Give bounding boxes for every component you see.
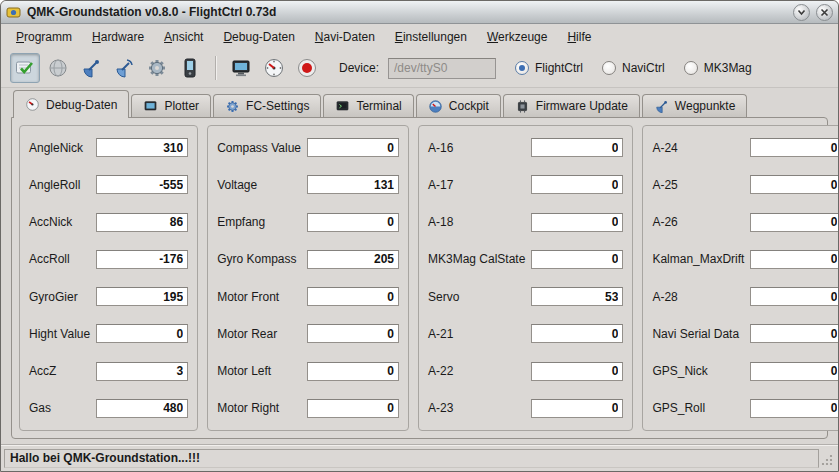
- debug-row: AccNick: [29, 213, 188, 232]
- debug-row-value[interactable]: [96, 138, 188, 157]
- debug-row-value[interactable]: [750, 213, 839, 232]
- debug-row-value[interactable]: [531, 324, 623, 343]
- debug-row-value[interactable]: [750, 287, 839, 306]
- menu-programm[interactable]: Programm: [7, 26, 81, 48]
- debug-row-value[interactable]: [750, 399, 839, 418]
- debug-row-value[interactable]: [96, 362, 188, 381]
- debug-row: Motor Front: [217, 287, 399, 306]
- toolbar-button-pda[interactable]: [175, 53, 205, 83]
- debug-row-value[interactable]: [531, 362, 623, 381]
- debug-row: A-22: [428, 362, 623, 381]
- debug-row-value[interactable]: [307, 287, 399, 306]
- debug-row-value[interactable]: [531, 213, 623, 232]
- debug-row: AccRoll: [29, 250, 188, 269]
- radio-mk3mag[interactable]: MK3Mag: [684, 61, 752, 75]
- tab-cockpit[interactable]: Cockpit: [416, 94, 501, 117]
- tab-terminal[interactable]: Terminal: [323, 94, 413, 117]
- globe-icon: [47, 57, 69, 79]
- tab-fc-settings[interactable]: FC-Settings: [213, 94, 321, 117]
- debug-row-value[interactable]: [531, 287, 623, 306]
- debug-row-value[interactable]: [531, 399, 623, 418]
- debug-row-value[interactable]: [96, 250, 188, 269]
- resize-grip[interactable]: [819, 449, 835, 468]
- debug-row: A-23: [428, 399, 623, 418]
- debug-row-value[interactable]: [307, 138, 399, 157]
- debug-row: A-25: [652, 175, 839, 194]
- debug-row-value[interactable]: [307, 250, 399, 269]
- debug-row-value[interactable]: [750, 362, 839, 381]
- toolbar-button-connect[interactable]: [10, 53, 40, 83]
- debug-row-value[interactable]: [96, 399, 188, 418]
- titlebar[interactable]: QMK-Groundstation v0.8.0 - FlightCtrl 0.…: [1, 1, 838, 24]
- debug-row: Empfang: [217, 213, 399, 232]
- app-icon[interactable]: [6, 5, 21, 20]
- debug-row-value[interactable]: [96, 175, 188, 194]
- menu-ansicht[interactable]: Ansicht: [155, 26, 212, 48]
- tab-wegpunkte[interactable]: Wegpunkte: [642, 94, 748, 117]
- debug-row-label: AngleRoll: [29, 178, 80, 192]
- debug-row-value[interactable]: [531, 138, 623, 157]
- debug-row-value[interactable]: [750, 250, 839, 269]
- debug-row-value[interactable]: [307, 362, 399, 381]
- pda-icon: [179, 57, 201, 79]
- debug-row-label: Gyro Kompass: [217, 252, 296, 266]
- debug-row-value[interactable]: [750, 175, 839, 194]
- debug-row-value[interactable]: [307, 175, 399, 194]
- debug-row-label: Compass Value: [217, 141, 301, 155]
- menu-hardware[interactable]: Hardware: [83, 26, 153, 48]
- toolbar-button-settings[interactable]: [142, 53, 172, 83]
- terminal-icon: [335, 99, 350, 114]
- tab-debug-daten[interactable]: Debug-Daten: [13, 90, 129, 118]
- device-input[interactable]: [388, 58, 496, 79]
- debug-row-label: A-22: [428, 364, 453, 378]
- debug-row-value[interactable]: [96, 287, 188, 306]
- debug-row-value[interactable]: [96, 324, 188, 343]
- toolbar-button-cockpit[interactable]: [259, 53, 289, 83]
- debug-row-label: A-18: [428, 215, 453, 229]
- menu-einstellungen[interactable]: Einstellungen: [386, 26, 476, 48]
- debug-row-label: A-25: [652, 178, 677, 192]
- menu-debug-daten[interactable]: Debug-Daten: [214, 26, 303, 48]
- debug-row-label: A-16: [428, 141, 453, 155]
- tab-label: FC-Settings: [246, 99, 309, 113]
- debug-row-value[interactable]: [531, 250, 623, 269]
- debug-row-value[interactable]: [307, 213, 399, 232]
- menu-werkzeuge[interactable]: Werkzeuge: [478, 26, 556, 48]
- toolbar-button-record[interactable]: [292, 53, 322, 83]
- tab-firmware-update[interactable]: Firmware Update: [503, 94, 640, 117]
- radio-navictrl[interactable]: NaviCtrl: [602, 61, 665, 75]
- satellite-dish-icon: [654, 99, 669, 114]
- debug-row-value[interactable]: [307, 324, 399, 343]
- debug-row-label: A-28: [652, 290, 677, 304]
- debug-row-value[interactable]: [96, 213, 188, 232]
- debug-row: Voltage: [217, 175, 399, 194]
- toolbar-button-read-data[interactable]: [76, 53, 106, 83]
- debug-row: Compass Value: [217, 138, 399, 157]
- debug-row-value[interactable]: [531, 175, 623, 194]
- debug-row-value[interactable]: [750, 324, 839, 343]
- toolbar-button-plotter[interactable]: [226, 53, 256, 83]
- debug-row-value[interactable]: [307, 399, 399, 418]
- gauge-icon: [25, 97, 40, 112]
- toolbar-button-offline[interactable]: [43, 53, 73, 83]
- debug-row: A-26: [652, 213, 839, 232]
- debug-row: Hight Value: [29, 324, 188, 343]
- debug-row-label: Empfang: [217, 215, 265, 229]
- debug-row-value[interactable]: [750, 138, 839, 157]
- radio-flightctrl[interactable]: FlightCtrl: [515, 61, 583, 75]
- debug-row-label: AccRoll: [29, 252, 70, 266]
- shade-button[interactable]: [793, 4, 810, 21]
- toolbar-button-send-data[interactable]: [109, 53, 139, 83]
- debug-row-label: A-17: [428, 178, 453, 192]
- debug-row: A-24: [652, 138, 839, 157]
- menu-navi-daten[interactable]: Navi-Daten: [306, 26, 384, 48]
- tab-plotter[interactable]: Plotter: [131, 94, 211, 117]
- debug-row: A-28: [652, 287, 839, 306]
- cockpit-gauge-icon: [428, 99, 443, 114]
- menu-hilfe[interactable]: Hilfe: [558, 26, 600, 48]
- debug-row: AccZ: [29, 362, 188, 381]
- close-button[interactable]: [816, 4, 833, 21]
- debug-row-label: GPS_Roll: [652, 401, 705, 415]
- debug-row-label: Voltage: [217, 178, 257, 192]
- resize-grip-icon: [821, 454, 833, 466]
